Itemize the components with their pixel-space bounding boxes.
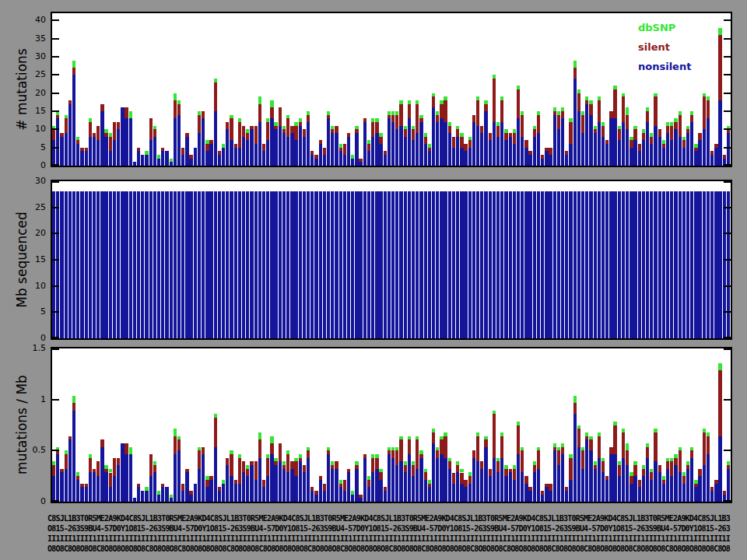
bar-segment-dbSNP (391, 111, 395, 115)
bar-segment-dbSNP (129, 447, 132, 454)
bar-segment-silent (161, 148, 164, 152)
bar-segment-dbSNP (674, 454, 677, 458)
bar-segment-dbSNP (339, 144, 342, 148)
bar-segment-dbSNP (517, 86, 520, 89)
bar-segment-silent (513, 469, 516, 480)
bar-segment-mb (96, 191, 100, 338)
bar-segment-dbSNP (670, 122, 673, 126)
bar-segment-mb (594, 191, 597, 338)
bar-segment-silent (314, 155, 317, 159)
bar-segment-nonsilent (242, 137, 245, 166)
bar-segment-mb (504, 191, 507, 338)
bar-segment-nonsilent (185, 472, 188, 502)
bar-segment-nonsilent (266, 140, 269, 166)
bar-segment-nonsilent (270, 118, 273, 166)
bar-segment-nonsilent (161, 487, 164, 502)
bar-segment-silent (690, 450, 693, 457)
bar-segment-silent (452, 473, 455, 484)
bar-segment-silent (448, 461, 451, 468)
bar-segment-nonsilent (371, 137, 374, 166)
bar-segment-dbSNP (371, 454, 374, 458)
bar-segment-silent (662, 480, 665, 484)
x-axis-label-row: O8O8C8O8O8O8C8O8O8O8O8O8C8O8O8O8C8O8O8O8… (47, 544, 743, 554)
bar-segment-mb (513, 191, 516, 338)
bar-segment-dbSNP (52, 461, 55, 465)
bar-segment-dbSNP (707, 432, 710, 436)
bar-segment-silent (177, 104, 181, 115)
bar-segment-dbSNP (630, 137, 633, 141)
bar-segment-silent (181, 148, 184, 155)
bar-segment-nonsilent (658, 137, 661, 166)
y-tick (52, 259, 59, 261)
bar-segment-silent (472, 450, 475, 457)
bar-segment-silent (419, 118, 423, 122)
bar-segment-nonsilent (242, 472, 245, 502)
bar-segment-nonsilent (416, 469, 419, 502)
y-tick (724, 38, 731, 40)
y-tick (724, 56, 731, 58)
bar-segment-silent (638, 480, 641, 487)
bar-segment-nonsilent (279, 126, 282, 166)
bar-segment-dbSNP (282, 126, 286, 130)
bar-segment-silent (537, 115, 540, 133)
panel-mutations-plot: dbSNP silent nonsilent 0510152025303540 (51, 12, 732, 167)
bar-segment-dbSNP (432, 429, 435, 432)
bar-segment-nonsilent (585, 439, 588, 502)
bar-segment-mb (408, 191, 411, 338)
y-tick (52, 56, 59, 58)
bar-segment-silent (290, 461, 293, 468)
bar-segment-mb (363, 191, 366, 338)
y-tick-label: 40 (12, 15, 46, 26)
bar-segment-dbSNP (367, 476, 370, 480)
bar-segment-silent (416, 439, 419, 469)
bar-segment-dbSNP (557, 111, 560, 115)
y-tick-label: 30 (12, 176, 46, 187)
bar-segment-nonsilent (399, 461, 402, 502)
y-tick (52, 500, 59, 502)
bar-segment-silent (460, 473, 463, 484)
bar-segment-dbSNP (266, 118, 269, 122)
bar-segment-mb (262, 191, 265, 338)
bar-segment-dbSNP (694, 144, 697, 148)
bar-segment-mb (718, 191, 721, 338)
bar-segment-silent (270, 443, 273, 454)
bar-segment-dbSNP (419, 450, 423, 454)
bar-segment-silent (209, 476, 212, 480)
bar-segment-silent (707, 100, 710, 118)
bar-segment-nonsilent (133, 498, 136, 502)
y-tick (724, 147, 731, 149)
bar-segment-mb (214, 191, 217, 338)
bar-segment-dbSNP (650, 133, 653, 137)
bar-segment-silent (80, 484, 83, 488)
bar-segment-nonsilent (609, 454, 612, 502)
bar-segment-silent (85, 148, 88, 152)
bar-segment-dbSNP (246, 129, 249, 133)
bar-segment-mb (314, 191, 317, 338)
bar-segment-silent (626, 115, 629, 130)
bar-segment-nonsilent (124, 454, 128, 502)
bar-segment-dbSNP (594, 461, 597, 465)
bar-segment-silent (626, 450, 629, 465)
bar-segment-silent (569, 458, 572, 480)
bar-segment-silent (52, 129, 55, 140)
bar-segment-nonsilent (456, 137, 459, 166)
bar-segment-mb (658, 191, 661, 338)
bar-segment-silent (694, 148, 697, 152)
bar-segment-silent (650, 472, 653, 479)
bar-segment-dbSNP (408, 436, 411, 440)
bar-segment-dbSNP (109, 469, 112, 473)
bar-segment-dbSNP (496, 122, 500, 126)
bar-segment-mb (359, 191, 362, 338)
bar-segment-mb (666, 191, 669, 338)
bar-segment-dbSNP (408, 100, 411, 104)
bar-segment-silent (565, 487, 568, 491)
bar-segment-dbSNP (104, 465, 107, 469)
bar-segment-dbSNP (500, 96, 503, 100)
bar-segment-dbSNP (690, 447, 693, 451)
bar-segment-nonsilent (246, 476, 249, 502)
bar-segment-nonsilent (626, 129, 629, 166)
bar-segment-silent (319, 476, 322, 480)
bar-segment-mb (230, 191, 233, 338)
bar-segment-mb (100, 191, 103, 338)
bar-segment-mb (448, 191, 451, 338)
